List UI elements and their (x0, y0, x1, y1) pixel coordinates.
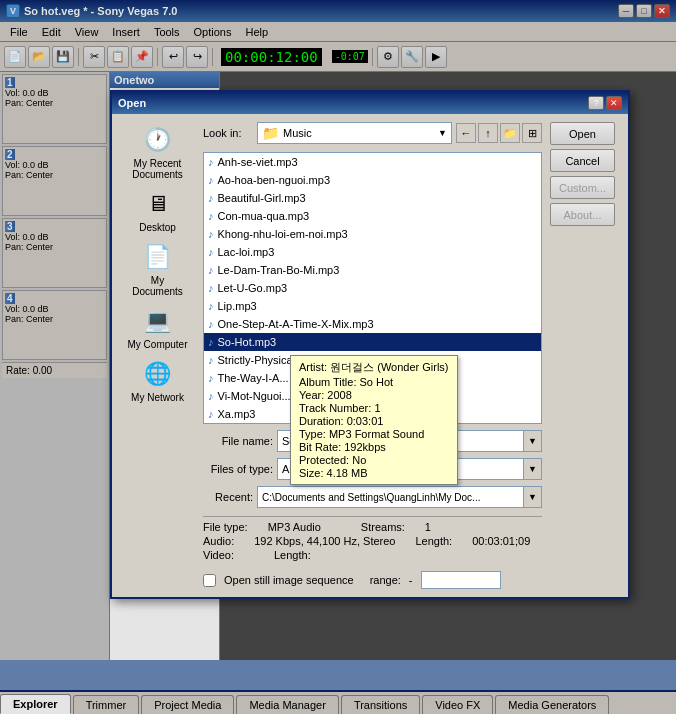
open-file-button[interactable]: Open (550, 122, 615, 145)
audio-label: Audio: (203, 535, 234, 547)
tooltip-size: Size: 4.18 MB (299, 467, 449, 479)
video-label: Video: (203, 549, 234, 561)
file-icon: ♪ (208, 336, 214, 348)
file-icon: ♪ (208, 264, 214, 276)
file-item[interactable]: ♪ Lac-loi.mp3 (204, 243, 541, 261)
desktop-icon: 🖥 (142, 188, 174, 220)
sidebar-my-documents[interactable]: 📄 My Documents (123, 239, 193, 299)
audio-length-label: Length: (415, 535, 452, 547)
tooltip-type: Type: MP3 Format Sound (299, 428, 449, 440)
look-in-select[interactable]: 📁 Music ▼ (257, 122, 452, 144)
file-item[interactable]: ♪ One-Step-At-A-Time-X-Mix.mp3 (204, 315, 541, 333)
file-item-selected[interactable]: ♪ So-Hot.mp3 (204, 333, 541, 351)
look-in-value: Music (283, 127, 312, 139)
file-icon: ♪ (208, 372, 214, 384)
file-icon: ♪ (208, 174, 214, 186)
look-in-label: Look in: (203, 127, 253, 139)
file-name: Lac-loi.mp3 (218, 246, 275, 258)
my-network-label: My Network (131, 392, 184, 403)
new-folder-button[interactable]: 📁 (500, 123, 520, 143)
file-type-value: MP3 Audio (268, 521, 321, 533)
dialog-close-button[interactable]: ✕ (606, 96, 622, 110)
open-still-image-checkbox[interactable] (203, 574, 216, 587)
desktop-label: Desktop (139, 222, 176, 233)
cancel-button[interactable]: Cancel (550, 149, 615, 172)
my-documents-label: My Documents (125, 275, 191, 297)
file-info-section: File type: MP3 Audio Streams: 1 Audio: 1… (203, 516, 542, 563)
tooltip-track-number: Track Number: 1 (299, 402, 449, 414)
my-network-icon: 🌐 (142, 358, 174, 390)
file-item[interactable]: ♪ Con-mua-qua.mp3 (204, 207, 541, 225)
file-name: Lip.mp3 (218, 300, 257, 312)
sidebar-desktop[interactable]: 🖥 Desktop (123, 186, 193, 235)
streams-value: 1 (425, 521, 431, 533)
video-length-label: Length: (274, 549, 311, 561)
range-to-input[interactable] (421, 571, 501, 589)
custom-button[interactable]: Custom... (550, 176, 615, 199)
file-name: Beautiful-Girl.mp3 (218, 192, 306, 204)
file-icon: ♪ (208, 318, 214, 330)
file-name: Anh-se-viet.mp3 (218, 156, 298, 168)
range-dash: - (409, 574, 413, 586)
recent-label: Recent: (203, 491, 253, 503)
checkbox-row: Open still image sequence range: - (203, 571, 542, 589)
recent-dropdown[interactable]: ▼ (524, 486, 542, 508)
file-item[interactable]: ♪ Beautiful-Girl.mp3 (204, 189, 541, 207)
tooltip-bit-rate: Bit Rate: 192kbps (299, 441, 449, 453)
file-item[interactable]: ♪ Khong-nhu-loi-em-noi.mp3 (204, 225, 541, 243)
file-name: Xa.mp3 (218, 408, 256, 420)
file-icon: ♪ (208, 156, 214, 168)
up-button[interactable]: ↑ (478, 123, 498, 143)
file-icon: ♪ (208, 390, 214, 402)
sidebar-my-network[interactable]: 🌐 My Network (123, 356, 193, 405)
file-icon: ♪ (208, 228, 214, 240)
file-item[interactable]: ♪ Let-U-Go.mp3 (204, 279, 541, 297)
files-of-type-label: Files of type: (203, 463, 273, 475)
file-name: Con-mua-qua.mp3 (218, 210, 310, 222)
sidebar-recent-documents[interactable]: 🕐 My RecentDocuments (123, 122, 193, 182)
dialog-overlay: Open ? ✕ 🕐 My RecentDocuments 🖥 Desktop … (0, 0, 676, 714)
file-name: Khong-nhu-loi-em-noi.mp3 (218, 228, 348, 240)
file-name-dropdown[interactable]: ▼ (524, 430, 542, 452)
file-icon: ♪ (208, 408, 214, 420)
dialog-help-button[interactable]: ? (588, 96, 604, 110)
file-type-label: File type: (203, 521, 248, 533)
file-item[interactable]: ♪ Le-Dam-Tran-Bo-Mi.mp3 (204, 261, 541, 279)
file-icon: ♪ (208, 210, 214, 222)
folder-icon: 📁 (262, 125, 279, 141)
recent-documents-label: My RecentDocuments (132, 158, 183, 180)
sidebar-my-computer[interactable]: 💻 My Computer (123, 303, 193, 352)
about-button[interactable]: About... (550, 203, 615, 226)
tooltip-duration: Duration: 0:03:01 (299, 415, 449, 427)
audio-value: 192 Kbps, 44,100 Hz, Stereo (254, 535, 395, 547)
dialog-actions: Open Cancel Custom... About... (550, 122, 620, 589)
my-computer-icon: 💻 (142, 305, 174, 337)
dialog-title: Open (118, 97, 146, 109)
recent-input[interactable] (257, 486, 524, 508)
audio-length-value: 00:03:01;09 (472, 535, 530, 547)
my-computer-label: My Computer (127, 339, 187, 350)
dialog-title-buttons: ? ✕ (588, 96, 622, 110)
tooltip-artist: Artist: 원더걸스 (Wonder Girls) (299, 360, 449, 375)
file-item[interactable]: ♪ Anh-se-viet.mp3 (204, 153, 541, 171)
recent-input-wrapper: ▼ (257, 486, 542, 508)
file-name-label: File name: (203, 435, 273, 447)
file-icon: ♪ (208, 246, 214, 258)
file-item[interactable]: ♪ Lip.mp3 (204, 297, 541, 315)
tooltip-protected: Protected: No (299, 454, 449, 466)
tooltip-album: Album Title: So Hot (299, 376, 449, 388)
look-in-row: Look in: 📁 Music ▼ ← ↑ 📁 ⊞ (203, 122, 542, 144)
recent-row: Recent: ▼ (203, 486, 542, 508)
file-type-row: File type: MP3 Audio Streams: 1 (203, 521, 542, 533)
streams-label: Streams: (361, 521, 405, 533)
file-name: Let-U-Go.mp3 (218, 282, 288, 294)
dialog-title-bar: Open ? ✕ (112, 92, 628, 114)
tooltip-year: Year: 2008 (299, 389, 449, 401)
file-name: One-Step-At-A-Time-X-Mix.mp3 (218, 318, 374, 330)
files-of-type-dropdown[interactable]: ▼ (524, 458, 542, 480)
back-button[interactable]: ← (456, 123, 476, 143)
file-item[interactable]: ♪ Ao-hoa-ben-nguoi.mp3 (204, 171, 541, 189)
file-name: Ao-hoa-ben-nguoi.mp3 (218, 174, 331, 186)
file-name: Vi-Mot-Nguoi... (218, 390, 291, 402)
view-button[interactable]: ⊞ (522, 123, 542, 143)
